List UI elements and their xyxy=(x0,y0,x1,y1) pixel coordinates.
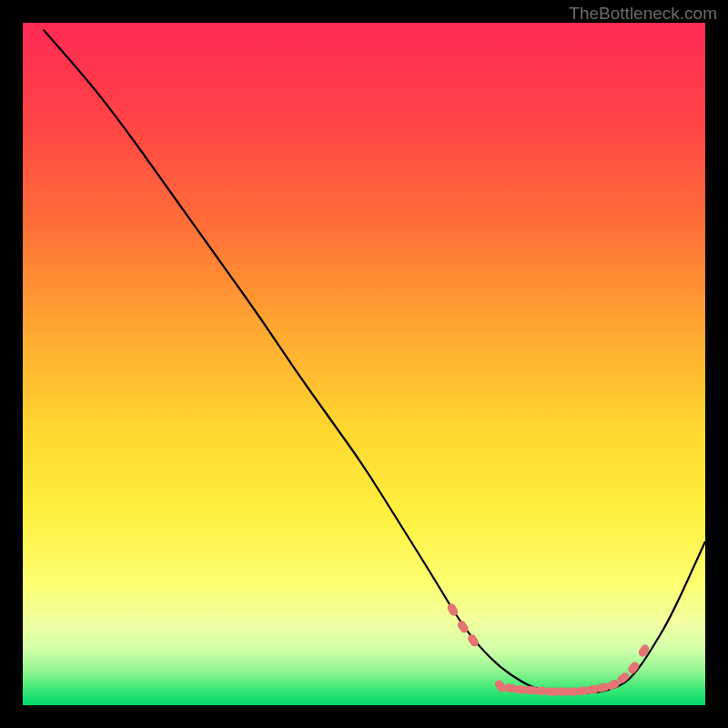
plot-area xyxy=(23,23,705,705)
attribution-text: TheBottleneck.com xyxy=(569,4,717,24)
chart-container: TheBottleneck.com xyxy=(0,0,728,728)
svg-rect-0 xyxy=(23,23,705,705)
gradient-background xyxy=(23,23,705,705)
